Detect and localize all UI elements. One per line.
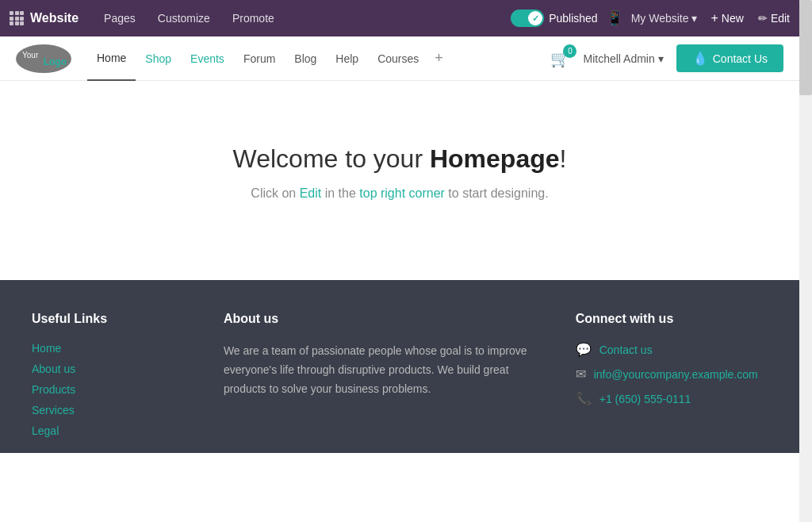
scrollbar[interactable] (799, 0, 812, 522)
my-website-button[interactable]: My Website ▾ (631, 12, 697, 25)
connect-items-list: 💬 Contact us ✉ info@yourcompany.example.… (576, 342, 768, 406)
nav-courses[interactable]: Courses (368, 36, 428, 81)
scrollbar-thumb[interactable] (799, 0, 812, 95)
grid-icon[interactable] (10, 11, 24, 25)
user-name: Mitchell Admin (583, 52, 654, 65)
footer-link-home[interactable]: Home (32, 342, 192, 355)
logo-area[interactable] (16, 44, 71, 73)
contact-us-link[interactable]: Contact us (599, 344, 653, 356)
pencil-icon: ✏ (758, 12, 768, 25)
nav-home[interactable]: Home (87, 36, 136, 81)
nav-promote[interactable]: Promote (221, 0, 285, 36)
chevron-down-icon: ▾ (691, 12, 697, 25)
connect-item-contact: 💬 Contact us (576, 342, 768, 357)
footer-about: About us We are a team of passionate peo… (224, 312, 544, 437)
hero-subtext: Click on Edit in the top right corner to… (251, 186, 548, 201)
nav-blog[interactable]: Blog (285, 36, 326, 81)
footer-link-legal[interactable]: Legal (32, 424, 192, 437)
useful-links-title: Useful Links (32, 312, 192, 326)
footer: Useful Links Home About us Products Serv… (0, 280, 799, 453)
published-toggle[interactable]: Published (511, 10, 598, 27)
hero-heading: Welcome to your Homepage! (233, 144, 567, 174)
connect-item-phone: 📞 +1 (650) 555-0111 (576, 391, 768, 406)
add-nav-icon[interactable]: + (428, 50, 450, 67)
cart-button[interactable]: 🛒 0 (550, 49, 570, 68)
site-nav-links: Home Shop Events Forum Blog Help Courses… (87, 36, 550, 81)
toggle-track[interactable] (511, 10, 544, 27)
logo (16, 44, 71, 73)
connect-title: Connect with us (576, 312, 768, 326)
new-button[interactable]: + New (705, 8, 750, 29)
admin-nav: Pages Customize Promote (93, 0, 504, 36)
site-nav: Home Shop Events Forum Blog Help Courses… (0, 36, 799, 81)
admin-bar: Website Pages Customize Promote Publishe… (0, 0, 799, 36)
hero-section: Welcome to your Homepage! Click on Edit … (0, 81, 799, 280)
mobile-icon[interactable]: 📱 (606, 10, 623, 27)
chevron-down-icon: ▾ (658, 52, 664, 65)
footer-links-list: Home About us Products Services Legal (32, 342, 192, 437)
footer-link-services[interactable]: Services (32, 404, 192, 416)
email-link[interactable]: info@yourcompany.example.com (594, 368, 758, 381)
footer-about-text: We are a team of passionate people whose… (224, 342, 544, 398)
chat-icon: 💬 (576, 342, 592, 357)
drop-icon: 💧 (692, 51, 708, 66)
site-nav-right: 🛒 0 Mitchell Admin ▾ 💧 Contact Us (550, 44, 783, 72)
footer-about-title: About us (224, 312, 544, 326)
edit-button[interactable]: ✏ Edit (758, 12, 790, 25)
footer-connect: Connect with us 💬 Contact us ✉ info@your… (576, 312, 768, 437)
footer-link-products[interactable]: Products (32, 383, 192, 396)
nav-shop[interactable]: Shop (136, 36, 181, 81)
contact-button[interactable]: 💧 Contact Us (676, 44, 783, 72)
email-icon: ✉ (576, 367, 586, 382)
nav-pages[interactable]: Pages (93, 0, 147, 36)
connect-item-email: ✉ info@yourcompany.example.com (576, 367, 768, 382)
nav-customize[interactable]: Customize (147, 0, 221, 36)
nav-forum[interactable]: Forum (234, 36, 285, 81)
footer-useful-links: Useful Links Home About us Products Serv… (32, 312, 192, 437)
phone-link[interactable]: +1 (650) 555-0111 (599, 393, 691, 405)
admin-bar-right: Published 📱 My Website ▾ + New ✏ Edit (511, 8, 790, 29)
footer-link-about[interactable]: About us (32, 363, 192, 375)
toggle-thumb (528, 11, 542, 25)
admin-bar-title: Website (30, 11, 79, 25)
plus-icon: + (711, 11, 718, 25)
cart-badge: 0 (563, 44, 576, 58)
user-menu-button[interactable]: Mitchell Admin ▾ (583, 52, 663, 65)
phone-icon: 📞 (576, 391, 592, 406)
nav-events[interactable]: Events (181, 36, 234, 81)
nav-help[interactable]: Help (326, 36, 368, 81)
published-label: Published (549, 12, 598, 25)
